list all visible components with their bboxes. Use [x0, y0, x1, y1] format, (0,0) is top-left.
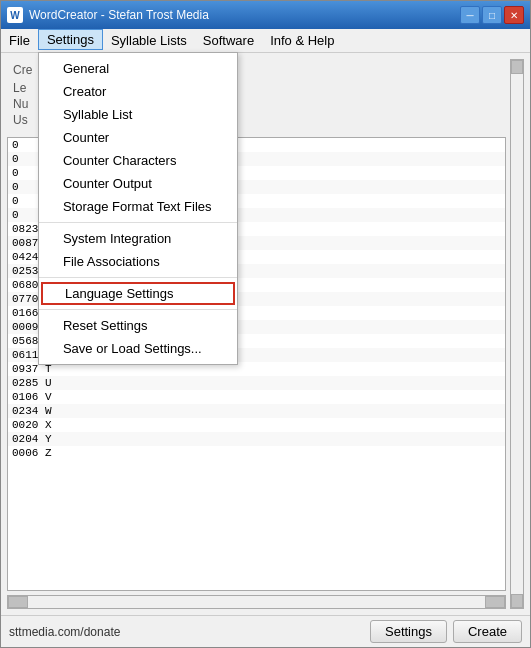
menu-reset-settings[interactable]: Reset Settings: [39, 314, 237, 337]
status-buttons: Settings Create: [370, 620, 522, 643]
menu-file[interactable]: File: [1, 29, 38, 52]
create-button[interactable]: Create: [453, 620, 522, 643]
list-item: 0006 Z: [8, 446, 505, 460]
list-item: 0204 Y: [8, 432, 505, 446]
menu-software[interactable]: Software: [195, 29, 262, 52]
menu-counter-output[interactable]: Counter Output: [39, 172, 237, 195]
window-controls: ─ □ ✕: [460, 6, 524, 24]
list-item: 0234 W: [8, 404, 505, 418]
horizontal-scrollbar[interactable]: [7, 595, 506, 609]
menu-file-associations[interactable]: File Associations: [39, 250, 237, 273]
length-key: Le: [13, 81, 41, 95]
list-item: 0106 V: [8, 390, 505, 404]
settings-dropdown: General Creator Syllable List Counter Co…: [38, 52, 238, 365]
minimize-button[interactable]: ─: [460, 6, 480, 24]
menu-syllable-lists[interactable]: Syllable Lists: [103, 29, 195, 52]
close-button[interactable]: ✕: [504, 6, 524, 24]
menu-language-settings[interactable]: Language Settings: [41, 282, 235, 305]
creator-key: Cre: [13, 63, 41, 77]
main-window: W WordCreator - Stefan Trost Media ─ □ ✕…: [0, 0, 531, 648]
menu-system-integration[interactable]: System Integration: [39, 227, 237, 250]
menu-creator[interactable]: Creator: [39, 80, 237, 103]
menu-storage-format[interactable]: Storage Format Text Files: [39, 195, 237, 218]
separator-3: [39, 309, 237, 310]
status-url: sttmedia.com/donate: [9, 625, 120, 639]
menu-settings-container: Settings General Creator Syllable List C…: [38, 29, 103, 52]
settings-button[interactable]: Settings: [370, 620, 447, 643]
menu-syllable-list[interactable]: Syllable List: [39, 103, 237, 126]
menu-counter-characters[interactable]: Counter Characters: [39, 149, 237, 172]
maximize-button[interactable]: □: [482, 6, 502, 24]
number-key: Nu: [13, 97, 41, 111]
usage-key: Us: [13, 113, 41, 127]
status-bar: sttmedia.com/donate Settings Create: [1, 615, 530, 647]
menu-counter[interactable]: Counter: [39, 126, 237, 149]
title-bar: W WordCreator - Stefan Trost Media ─ □ ✕: [1, 1, 530, 29]
vertical-scrollbar[interactable]: [510, 59, 524, 609]
separator-2: [39, 277, 237, 278]
list-item: 0285 U: [8, 376, 505, 390]
app-icon: W: [7, 7, 23, 23]
menu-bar: File Settings General Creator Syllable L…: [1, 29, 530, 53]
menu-info-help[interactable]: Info & Help: [262, 29, 342, 52]
menu-save-load-settings[interactable]: Save or Load Settings...: [39, 337, 237, 360]
menu-settings[interactable]: Settings: [38, 29, 103, 50]
list-item: 0020 X: [8, 418, 505, 432]
menu-general[interactable]: General: [39, 57, 237, 80]
window-title: WordCreator - Stefan Trost Media: [29, 8, 454, 22]
separator-1: [39, 222, 237, 223]
